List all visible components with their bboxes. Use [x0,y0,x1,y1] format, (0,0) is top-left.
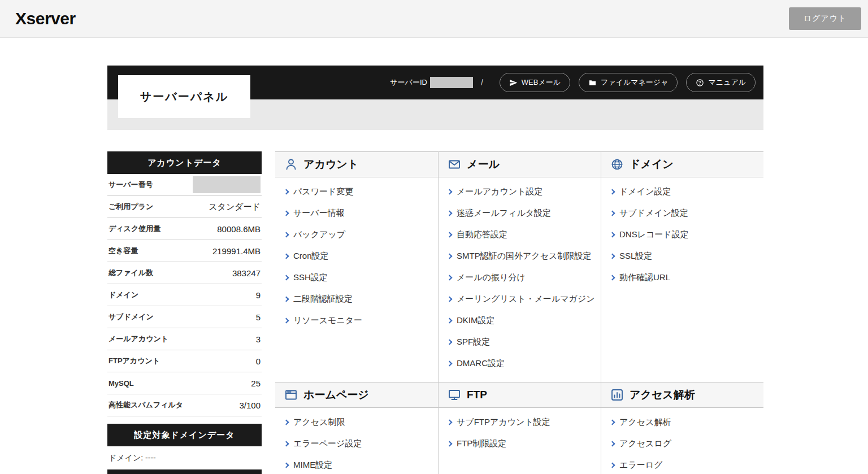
server-panel: サーバーパネル サーバーID / WEBメール ファイルマネージャ [107,66,763,474]
row-label: 空き容量 [108,246,138,256]
menu-section-list: ドメイン設定 サブドメイン設定 DNSレコード設定 SSL設定 動作確認URL [601,181,763,296]
menu-section-header: ホームページ [275,382,438,408]
webmail-button-label: WEBメール [522,77,561,88]
menu-item-link[interactable]: アクセスログ [610,433,758,454]
account-data-row: サブドメイン 5 [107,306,262,328]
row-label: FTPアカウント [108,356,160,366]
account-data-rows: サーバー番号 ご利用プラン スタンダード ディスク使用量 80008.6MB 空… [107,174,262,416]
panel-header-bar: サーバーパネル サーバーID / WEBメール ファイルマネージャ [107,66,763,99]
menu-item-label: SSH設定 [293,272,328,283]
menu-item-label: バックアップ [293,229,345,240]
row-value: 3 [256,334,261,344]
separator: / [481,78,483,87]
menu-item-link[interactable]: バックアップ [284,224,432,245]
menu-item-link[interactable]: アクセス解析 [610,411,758,433]
menu-item-link[interactable]: Cron設定 [284,245,432,267]
chevron-right-icon [610,253,615,259]
server-id-label: サーバーID [390,77,427,88]
file-manager-button[interactable]: ファイルマネージャ [579,73,678,92]
menu-item-label: DMARC設定 [457,358,505,369]
menu-item-link[interactable]: メールアカウント設定 [447,181,595,202]
menu-item-label: DNSレコード設定 [619,229,689,240]
menu-section-header: アクセス解析 [601,382,763,408]
sidebar-next-section-header-partial [107,469,262,474]
row-label: 総ファイル数 [108,268,153,278]
menu-item-label: SMTP認証の国外アクセス制限設定 [457,251,591,262]
menu-item-link[interactable]: 二段階認証設定 [284,288,432,310]
account-data-row: ドメイン 9 [107,284,262,306]
manual-button[interactable]: マニュアル [686,73,756,92]
menu-item-link[interactable]: ドメイン設定 [610,181,758,202]
menu-section-header: FTP [439,382,601,408]
menu-item-link[interactable]: DNSレコード設定 [610,224,758,245]
menu-item-link[interactable]: エラーページ設定 [284,433,432,454]
row-label: ドメイン [108,290,138,300]
logout-button[interactable]: ログアウト [789,7,861,30]
menu-item-label: アクセス制限 [293,417,345,428]
menu-item-label: SPF設定 [457,337,490,347]
chevron-right-icon [447,339,453,345]
row-label: サーバー番号 [108,180,153,190]
chevron-right-icon [610,275,615,280]
menu-item-link[interactable]: 動作確認URL [610,267,758,288]
menu-item-label: FTP制限設定 [457,438,506,449]
chevron-right-icon [447,296,453,302]
chevron-right-icon [447,275,453,280]
menu-item-link[interactable]: 自動応答設定 [447,224,595,245]
menu-section-list: アクセス解析 アクセスログ エラーログ [601,411,763,474]
row-label: MySQL [108,379,134,388]
menu-item-link[interactable]: SSH設定 [284,267,432,288]
menu-item-label: 動作確認URL [619,272,670,283]
menu-item-link[interactable]: 迷惑メールフィルタ設定 [447,202,595,224]
chevron-right-icon [447,419,453,425]
menu-item-link[interactable]: サーバー情報 [284,202,432,224]
menu-item-label: サブドメイン設定 [619,208,688,219]
webmail-button[interactable]: WEBメール [500,73,570,92]
chevron-right-icon [447,232,453,237]
menu-item-link[interactable]: アクセス制限 [284,411,432,433]
menu-section-list: メールアカウント設定 迷惑メールフィルタ設定 自動応答設定 SMTP認証の国外ア… [439,181,601,382]
menu-item-link[interactable]: MIME設定 [284,454,432,474]
menu-item-link[interactable]: エラーログ [610,454,758,474]
folder-icon [588,79,597,87]
menu-item-label: アクセスログ [619,438,671,449]
menu-item-label: リソースモニター [293,315,362,326]
menu-item-link[interactable]: メーリングリスト・メールマガジン [447,288,595,310]
account-data-header: アカウントデータ [107,151,262,174]
chevron-right-icon [610,189,615,194]
chevron-right-icon [284,441,289,446]
chevron-right-icon [447,189,453,194]
account-data-row: FTPアカウント 0 [107,350,262,372]
chevron-right-icon [284,189,289,194]
menu-item-link[interactable]: サブドメイン設定 [610,202,758,224]
account-data-row: 高性能スパムフィルタ 3/100 [107,394,262,416]
page-title: サーバーパネル [118,75,250,118]
topbar: Xserver ログアウト [0,0,868,38]
menu-section-header: ドメイン [601,151,763,177]
menu-item-link[interactable]: SSL設定 [610,245,758,267]
menu-item-link[interactable]: DMARC設定 [447,353,595,374]
menu-section-list: アクセス制限 エラーページ設定 MIME設定 [275,411,438,474]
menu-item-link[interactable]: メールの振り分け [447,267,595,288]
menu-item-label: 迷惑メールフィルタ設定 [457,208,551,219]
account-data-row: 空き容量 219991.4MB [107,240,262,262]
menu-item-link[interactable]: DKIM設定 [447,310,595,331]
menu-item-link[interactable]: パスワード変更 [284,181,432,202]
panel-header-actions: サーバーID / WEBメール ファイルマネージャ マニュアル [390,73,756,92]
menu-item-link[interactable]: SMTP認証の国外アクセス制限設定 [447,245,595,267]
menu-item-link[interactable]: SPF設定 [447,331,595,353]
menu-item-link[interactable]: サブFTPアカウント設定 [447,411,595,433]
menu-item-link[interactable]: FTP制限設定 [447,433,595,454]
question-circle-icon [696,79,704,87]
chevron-right-icon [284,210,289,216]
row-label: メールアカウント [108,334,168,344]
menu-section-title: FTP [467,389,487,401]
chevron-right-icon [447,210,453,216]
chevron-right-icon [284,318,289,323]
row-value: 3/100 [239,401,261,410]
chevron-right-icon [447,253,453,259]
chevron-right-icon [284,462,289,468]
row-value: 383247 [232,268,261,278]
menu-item-label: 自動応答設定 [457,229,507,240]
menu-item-link[interactable]: リソースモニター [284,310,432,331]
